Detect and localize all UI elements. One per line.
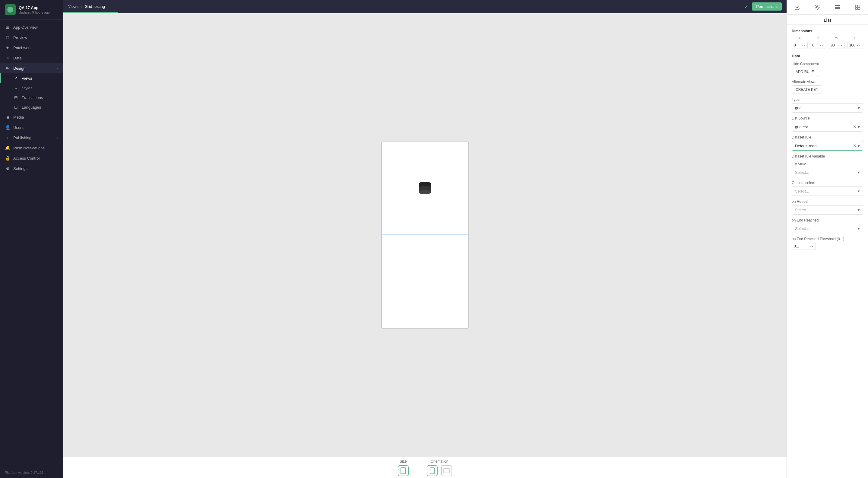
panel-title: List (787, 15, 868, 25)
list-source-label: List Source (792, 116, 863, 120)
subitem-label: Styles (22, 86, 32, 90)
type-select-chevron: ▾ (858, 106, 860, 110)
canvas-list-component[interactable] (382, 142, 468, 235)
hide-component-label: Hide Component (792, 62, 863, 66)
type-label: Type (792, 97, 863, 102)
clear-icon[interactable]: ✕ (853, 124, 857, 129)
phone-size-button[interactable] (398, 465, 409, 476)
add-rule-button[interactable]: ADD RULE (792, 68, 818, 76)
dataset-rule-variable-field: Dataset rule variable (792, 154, 863, 158)
dataset-rule-select[interactable]: Default-read ✕ ▾ (792, 141, 863, 151)
create-key-button[interactable]: CREATE KEY (792, 85, 822, 94)
orientation-icons (427, 465, 452, 476)
list-view-select[interactable]: Select... ▾ (792, 168, 863, 177)
styles-icon: ⟁ (13, 85, 19, 91)
panel-tab-download[interactable] (787, 2, 807, 12)
type-select[interactable]: grid ▾ (792, 103, 863, 113)
dimensions-inputs: 0 ▲▼ 0 ▲▼ 80 ▲▼ 100 ▲▼ (792, 42, 863, 49)
dim-input-x[interactable]: 0 ▲▼ (792, 42, 808, 49)
sidebar-subitem-languages[interactable]: ⊡ Languages (0, 102, 63, 112)
chevron-right-icon: › (57, 136, 58, 140)
sidebar-item-preview[interactable]: □ Preview (0, 32, 63, 42)
on-item-select-select[interactable]: Select... ▾ (792, 186, 863, 196)
sidebar-item-label: Design (13, 66, 53, 70)
sidebar-item-label: Data (13, 56, 54, 60)
on-refresh-chevron: ▾ (858, 208, 860, 212)
type-value: grid (795, 106, 858, 110)
push-notifications-icon: 🔔 (5, 145, 10, 151)
list-view-chevron: ▾ (858, 170, 860, 175)
clear-icon[interactable]: ✕ (853, 143, 857, 148)
panel-tab-layers[interactable] (848, 2, 868, 12)
topbar-actions: ✓ Permissions (744, 2, 782, 10)
on-end-reached-label: on End Reached (792, 218, 863, 222)
dim-input-y[interactable]: 0 ▲▼ (810, 42, 826, 49)
database-icon (417, 180, 433, 197)
chevron-down-icon: ▾ (858, 226, 860, 231)
on-refresh-select[interactable]: Select... ▾ (792, 205, 863, 214)
sidebar-item-patchwork[interactable]: ✦ Patchwork (0, 42, 63, 53)
hide-component-field: Hide Component ADD RULE (792, 62, 863, 76)
list-view-placeholder: Select... (795, 170, 858, 175)
sidebar-subitem-translations[interactable]: ⊞ Translations (0, 93, 63, 102)
sidebar-item-design[interactable]: ✏ Design ∨ (0, 63, 63, 73)
panel-tab-settings[interactable] (807, 2, 827, 12)
design-icon: ✏ (5, 65, 10, 71)
on-refresh-placeholder: Select... (795, 208, 858, 212)
topbar: Views › Grid-testing ✓ Permissions (63, 0, 786, 13)
on-end-threshold-input[interactable]: 0.1 ▲▼ (792, 243, 816, 250)
data-icon: ≡ (5, 55, 10, 61)
design-subitems: ↗ Views ⟁ Styles ⊞ Translations ⊡ Langua… (0, 73, 63, 112)
sidebar-item-label: App Overview (13, 25, 58, 30)
sidebar-item-media[interactable]: ▣ Media (0, 112, 63, 122)
chevron-down-icon: ▾ (858, 189, 860, 193)
sidebar-item-settings[interactable]: ⚙ Settings (0, 163, 63, 174)
dataset-rule-field: Dataset rule Default-read ✕ ▾ (792, 135, 863, 151)
on-end-reached-select[interactable]: Select... ▾ (792, 224, 863, 233)
sidebar-subitem-styles[interactable]: ⟁ Styles (0, 83, 63, 93)
sidebar-subitem-views[interactable]: ↗ Views (0, 73, 63, 83)
breadcrumb-root[interactable]: Views (68, 4, 79, 9)
sidebar-item-publishing[interactable]: ↑ Publishing › (0, 132, 63, 143)
list-source-select[interactable]: gridtest ✕ ▾ (792, 122, 863, 131)
permissions-button[interactable]: Permissions (752, 2, 782, 10)
sidebar-item-app-overview[interactable]: ⊞ App Overview (0, 22, 63, 32)
dim-label-x: X (792, 36, 808, 40)
subitem-label: Languages (22, 105, 41, 110)
list-view-field: List view Select... ▾ (792, 162, 863, 177)
svg-rect-12 (835, 8, 840, 9)
dim-label-y: Y (810, 36, 826, 40)
dim-input-w[interactable]: 80 ▲▼ (829, 42, 845, 49)
right-panel: List Dimensions X Y W H 0 ▲▼ 0 ▲▼ (786, 0, 868, 478)
sidebar-item-push-notifications[interactable]: 🔔 Push Notifications (0, 143, 63, 153)
list-source-select-icons: ✕ ▾ (853, 124, 860, 129)
media-icon: ▣ (5, 114, 10, 120)
sidebar-item-data[interactable]: ≡ Data › (0, 53, 63, 63)
dim-y-arrows: ▲▼ (819, 44, 824, 47)
chevron-down-icon: ∨ (56, 67, 58, 70)
canvas-device[interactable] (381, 142, 469, 329)
subitem-label: Views (22, 76, 32, 81)
check-icon: ✓ (744, 3, 749, 10)
panel-tabs (787, 0, 868, 15)
sidebar-footer: Platform version: 0.17.136 (0, 467, 63, 478)
portrait-button[interactable] (427, 465, 438, 476)
panel-tab-layout[interactable] (828, 2, 848, 12)
sidebar-item-label: Settings (13, 166, 58, 171)
breadcrumb: Views › Grid-testing (68, 4, 741, 9)
threshold-arrows: ▲▼ (809, 245, 814, 248)
dim-input-h[interactable]: 100 ▲▼ (847, 42, 863, 49)
sidebar-item-access-control[interactable]: 🔒 Access Control › (0, 153, 63, 163)
size-group: Size (398, 459, 409, 476)
dim-label-w: W (829, 36, 845, 40)
dim-x-arrows: ▲▼ (801, 44, 806, 47)
sidebar-item-users[interactable]: 👤 Users › (0, 122, 63, 132)
orientation-label: Orientation (431, 459, 448, 464)
app-icon (5, 4, 16, 15)
dim-labels: X Y W H (792, 36, 863, 40)
on-item-select-placeholder: Select... (795, 189, 858, 193)
dim-y-value: 0 (812, 43, 814, 48)
landscape-button[interactable] (441, 465, 452, 476)
data-section: Data Hide Component ADD RULE Alternate v… (792, 54, 863, 250)
dimensions-title: Dimensions (792, 29, 863, 33)
